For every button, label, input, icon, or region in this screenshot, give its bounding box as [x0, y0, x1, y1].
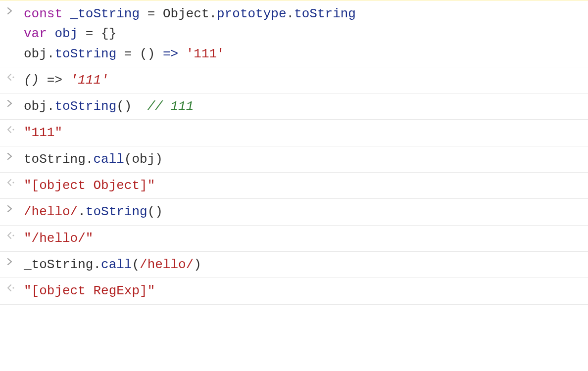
code-token [62, 73, 70, 88]
code-token [178, 46, 186, 61]
code-content: "[object Object]" [24, 176, 582, 195]
console-input-row: _toString.call(/hello/) [0, 252, 588, 278]
code-token: // 111 [147, 99, 194, 114]
code-token: /hello/ [140, 257, 194, 272]
code-content: /hello/.toString() [24, 202, 582, 222]
code-content: "111" [24, 123, 582, 142]
input-chevron-icon [7, 202, 24, 212]
code-token: prototype [217, 6, 286, 21]
console-input-row: obj.toString() // 111 [0, 93, 588, 120]
code-token: '111' [186, 46, 225, 61]
output-chevron-icon [7, 229, 24, 239]
code-token: obj. [24, 46, 54, 61]
code-token: toString [54, 99, 116, 114]
code-token: _toString. [24, 257, 101, 272]
output-chevron-icon [7, 70, 24, 81]
code-token: "111" [24, 125, 62, 140]
code-token: => [47, 73, 62, 88]
code-token: = () [116, 46, 163, 61]
code-content: obj.toString() // 111 [24, 96, 582, 116]
code-content: toString.call(obj) [24, 149, 582, 169]
input-chevron-icon [7, 4, 24, 14]
code-token: call [101, 257, 132, 272]
code-token: "[object RegExp]" [24, 283, 155, 298]
code-token: = {} [78, 26, 116, 41]
code-token: ( [132, 257, 140, 272]
code-token: obj. [24, 99, 54, 114]
code-token: . [78, 204, 86, 219]
code-token: call [93, 152, 124, 167]
code-token: /hello/ [24, 204, 78, 219]
code-token: (obj) [124, 152, 163, 167]
code-content: () => '111' [24, 70, 582, 90]
output-chevron-icon [7, 123, 24, 133]
code-token: toString [294, 6, 356, 21]
console-output-row: "/hello/" [0, 226, 588, 252]
code-token: () [116, 99, 147, 114]
console-input-row: /hello/.toString() [0, 199, 588, 225]
code-token: '111' [70, 73, 109, 88]
code-token: _toString [70, 6, 140, 21]
code-content: "[object RegExp]" [24, 281, 582, 301]
input-chevron-icon [7, 255, 24, 265]
code-token: toString [54, 46, 116, 61]
code-token: () [147, 204, 163, 219]
code-content: _toString.call(/hello/) [24, 255, 582, 275]
code-token: () [24, 73, 47, 88]
svg-point-0 [12, 76, 14, 78]
console-log: const _toString = Object.prototype.toStr… [0, 0, 588, 305]
console-input-row: const _toString = Object.prototype.toStr… [0, 0, 588, 67]
console-output-row: "111" [0, 120, 588, 146]
console-output-row: "[object RegExp]" [0, 278, 588, 304]
svg-point-3 [12, 234, 14, 236]
code-token: = [140, 6, 163, 21]
console-output-row: "[object Object]" [0, 173, 588, 199]
code-token [47, 26, 55, 41]
code-token: toString [86, 204, 147, 219]
console-output-row: () => '111' [0, 67, 588, 93]
code-token: const [24, 6, 62, 21]
code-token: var [24, 26, 47, 41]
code-token: "/hello/" [24, 231, 93, 246]
code-token: obj [54, 26, 78, 41]
code-token: . [209, 6, 217, 21]
output-chevron-icon [7, 176, 24, 186]
input-chevron-icon [7, 96, 24, 107]
code-token: "[object Object]" [24, 178, 155, 193]
console-input-row: toString.call(obj) [0, 146, 588, 173]
code-token: Object [163, 6, 209, 21]
code-token: toString. [24, 152, 93, 167]
code-content: const _toString = Object.prototype.toStr… [24, 4, 582, 64]
svg-point-2 [12, 182, 14, 183]
code-token: ) [194, 257, 201, 272]
code-token: => [163, 46, 178, 61]
input-chevron-icon [7, 149, 24, 160]
code-token: . [287, 6, 294, 21]
svg-point-1 [12, 129, 14, 131]
output-chevron-icon [7, 281, 24, 291]
code-content: "/hello/" [24, 229, 582, 248]
svg-point-4 [12, 287, 14, 289]
code-token [62, 6, 70, 21]
